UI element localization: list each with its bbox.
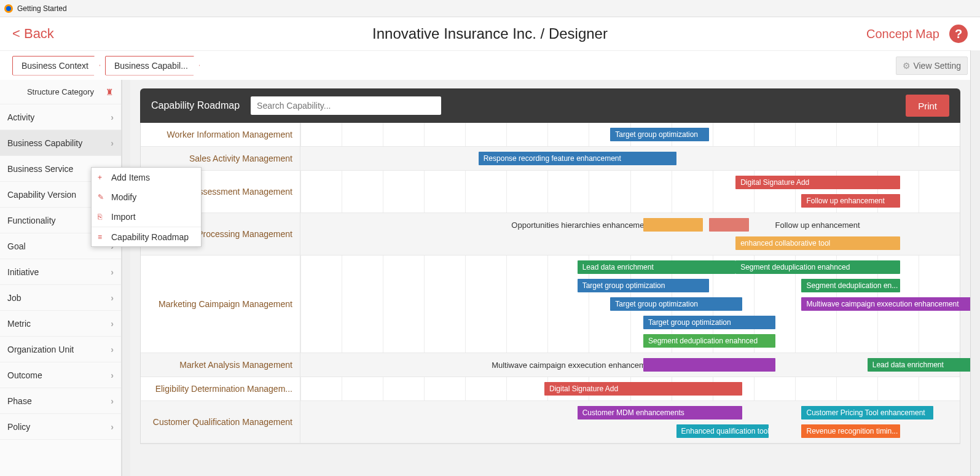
bar-line: Multiwave caimpaign exxecution enhanceme… [300,356,960,374]
page-title: Innovative Insurance Inc. / Designer [372,25,608,42]
chevron-right-icon: › [111,112,114,122]
capability-row: Market Analysis ManagementMultiwave caim… [141,353,960,377]
roadmap-bar[interactable]: Lead data enrichment [578,260,736,274]
breadcrumb-0[interactable]: Business Context [12,56,100,76]
context-menu-capability-roadmap[interactable]: ≡Capability Roadmap [92,227,201,246]
sidebar-item-initiative[interactable]: Initiative› [0,259,121,285]
roadmap-bar[interactable]: Segment deduplication en... [801,279,900,292]
context-menu-icon: ✎ [98,193,106,201]
context-menu-import[interactable]: ⎘Import [92,207,201,227]
tree-icon[interactable]: ♜ [106,87,114,97]
sidebar-item-organization-unit[interactable]: Organization Unit› [0,337,121,362]
roadmap-bar[interactable]: Target group optimization [643,316,775,329]
back-link[interactable]: < Back [12,26,54,42]
sidebar-item-business-capability[interactable]: Business Capability› [0,130,121,156]
context-menu-icon: ⎘ [98,213,106,221]
gear-icon: ⚙ [903,61,911,71]
bar-line: Digital Signature Add [300,380,960,398]
roadmap-toolbar: Capability Roadmap Print [140,88,960,123]
context-menu-modify[interactable]: ✎Modify [92,187,201,207]
context-menu-label: Import [111,212,136,222]
roadmap-bar[interactable]: Target group optimization [610,297,742,311]
roadmap-text: Multiwave caimpaign exxecution enhanceme… [492,358,657,372]
capability-row: Customer Qualification ManagementCustome… [141,401,960,443]
capability-row: Sales Activity ManagementResponse record… [141,147,960,171]
chevron-right-icon: › [111,422,114,432]
window-scrollbar[interactable]: ▲ [970,17,980,476]
roadmap-bar[interactable]: enhanced collaborative tool [735,236,900,250]
roadmap-bar[interactable] [643,358,775,372]
roadmap-bar[interactable]: Multiwave caimpaign exxecution enhanceme… [801,297,970,311]
print-button[interactable]: Print [906,95,949,117]
breadcrumb-1[interactable]: Business Capabil... [105,56,200,76]
roadmap-bar[interactable]: Digital Signature Add [544,382,742,396]
sidebar-header-label: Structure Category [27,87,94,96]
roadmap-grid: Worker Information ManagementTarget grou… [140,123,960,444]
roadmap-bar[interactable]: Response recording feature enhancement [479,152,676,165]
context-menu-label: Modify [111,192,136,202]
roadmap-bar[interactable]: Target group optimization [610,128,709,141]
capability-bars: Lead data enrichmentSegment deduplicatio… [300,256,960,353]
roadmap-text: Opportunities hierarchies enhancement [511,218,651,232]
capability-row: Worker Information ManagementTarget grou… [141,123,960,147]
roadmap-bar[interactable]: Target group optimization [578,279,710,292]
roadmap-bar[interactable] [643,218,703,232]
capability-label[interactable]: Eligibility Determination Managem... [141,377,300,400]
capability-label[interactable]: Customer Qualification Management [141,401,300,443]
sidebar-item-policy[interactable]: Policy› [0,414,121,440]
sidebar: Structure Category ♜ Activity›Business C… [0,80,122,476]
bar-line: Segment deduplication enahnced [300,332,960,350]
sidebar-item-phase[interactable]: Phase› [0,388,121,414]
bar-line: Customer MDM enhancementsCustomer Pricin… [300,404,960,422]
roadmap-bar[interactable]: Customer MDM enhancements [578,406,742,419]
chevron-right-icon: › [111,370,114,380]
context-menu-icon: ≡ [98,233,106,241]
chevron-right-icon: › [111,293,114,303]
bar-line: Target group optimization [300,125,960,144]
sidebar-item-label: Initiative [7,267,39,277]
roadmap-bar[interactable]: Segment deduplication enahnced [643,334,775,348]
context-menu-icon: + [98,173,106,182]
sidebar-item-job[interactable]: Job› [0,285,121,311]
roadmap-bar[interactable]: Segment deduplication enahnced [735,260,900,274]
capability-label[interactable]: Marketing Caimpaign Management [141,256,300,353]
roadmap-bar[interactable]: Customer Pricing Tool enhancement [801,406,933,419]
concept-map-link[interactable]: Concept Map [866,27,939,41]
context-menu-label: Add Items [111,173,150,182]
sidebar-item-outcome[interactable]: Outcome› [0,362,121,388]
context-menu-add-items[interactable]: +Add Items [92,168,201,187]
capability-bars: Target group optimization [300,123,960,146]
roadmap-bar[interactable]: Follow up enhancement [801,194,900,208]
bar-line: enhanced collaborative tool [300,234,960,252]
help-icon[interactable]: ? [949,25,968,43]
browser-tab-bar: Getting Started [0,0,980,17]
sidebar-item-activity[interactable]: Activity› [0,104,121,130]
roadmap-bar[interactable]: Digital Signature Add [735,176,900,189]
context-menu-label: Capability Roadmap [111,232,189,242]
capability-label[interactable]: Market Analysis Management [141,353,300,377]
roadmap-bar[interactable]: Lead data enrichment [868,358,970,372]
roadmap-title: Capability Roadmap [151,100,240,111]
sidebar-item-label: Business Service [7,164,73,174]
capability-row: Eligibility Determination Managem...Digi… [141,377,960,401]
sidebar-item-label: Organization Unit [7,345,74,354]
bar-line: Target group optimization [300,313,960,332]
roadmap-bar[interactable]: Revenue recognition timin... [801,424,900,438]
search-capability-input[interactable] [251,96,441,115]
sidebar-item-label: Job [7,293,22,303]
capability-label[interactable]: Worker Information Management [141,123,300,146]
chevron-right-icon: › [111,319,114,329]
sidebar-item-label: Functionality [7,216,56,225]
capability-bars: Multiwave caimpaign exxecution enhanceme… [300,353,960,377]
sidebar-scrollbar[interactable] [122,80,130,476]
chevron-right-icon: › [111,396,114,406]
bar-line: Follow up enhancement [300,192,960,210]
bar-line: Lead data enrichmentSegment deduplicatio… [300,258,960,276]
capability-bars: Opportunities hierarchies enhancementFol… [300,213,960,255]
bar-line: Digital Signature Add [300,173,960,192]
roadmap-bar[interactable]: Enhanced qualification tool [676,424,769,438]
capability-row: Assessment ManagementDigital Signature A… [141,171,960,213]
roadmap-bar[interactable] [709,218,748,232]
sidebar-item-metric[interactable]: Metric› [0,311,121,337]
view-setting-button[interactable]: ⚙ View Setting [896,57,968,75]
